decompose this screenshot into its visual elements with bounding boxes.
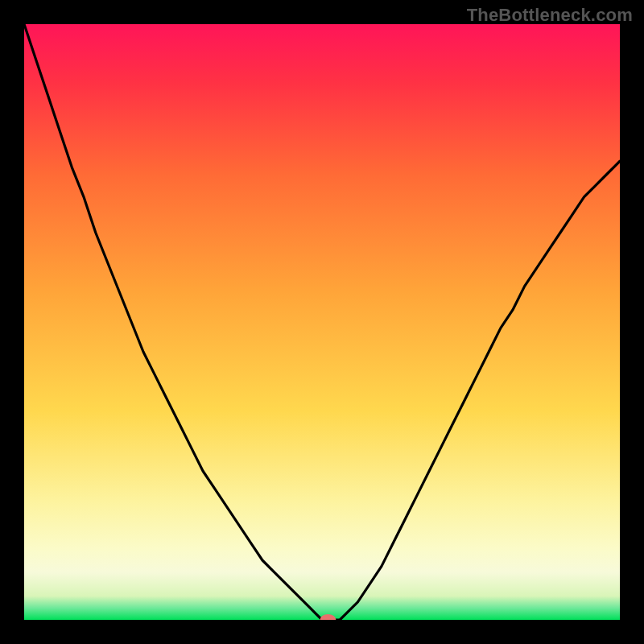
watermark-label: TheBottleneck.com	[467, 5, 633, 26]
gradient-background	[24, 24, 620, 620]
chart-plot	[24, 24, 620, 620]
chart-frame: TheBottleneck.com	[0, 0, 644, 644]
